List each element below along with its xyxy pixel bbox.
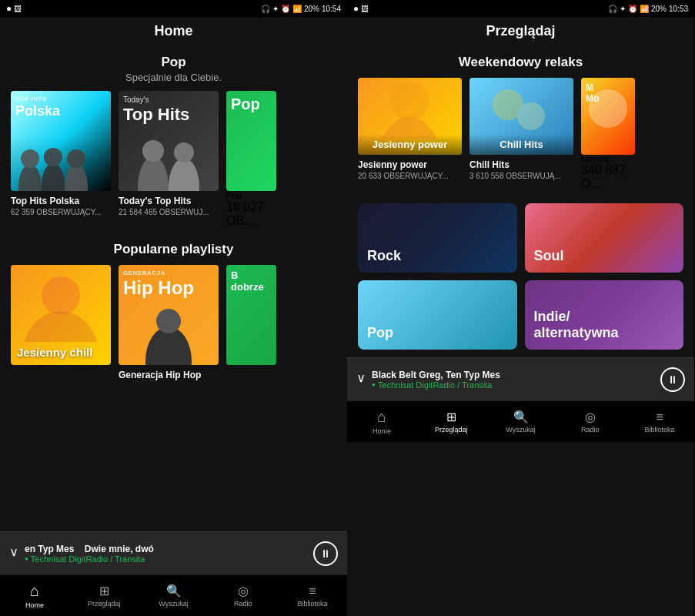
svg-point-17: [589, 89, 627, 128]
cover-jesienny-power: Jesienny power: [358, 78, 462, 155]
cover-pop-label: Pop: [226, 91, 276, 118]
svg-point-11: [42, 276, 80, 315]
cover-morning-partial: MMo: [581, 78, 635, 155]
genre-card-indie[interactable]: Indie/alternatywna: [525, 280, 684, 350]
title-top-hits-polska: Top Hits Polska: [11, 196, 111, 206]
spotify-icon-left: ●: [6, 3, 12, 14]
status-bar-left: ● 🖼 🎧 ✦ ⏰ 📶 20% 10:54: [0, 0, 347, 17]
svg-point-16: [517, 102, 545, 130]
nav-radio-left[interactable]: ◎ Radio: [209, 584, 278, 608]
nav-home-right[interactable]: ⌂ Home: [347, 408, 416, 435]
np-station-left: Technisat DigitRadio / Transita: [25, 554, 307, 564]
alarm-icon-right: ⏰: [628, 5, 637, 13]
right-title: Przeglądaj: [347, 23, 694, 39]
playlist-card-b-partial[interactable]: Bdobrze: [226, 265, 276, 382]
biblioteka-icon-right: ≡: [656, 410, 663, 424]
status-left: ● 🖼: [6, 3, 22, 14]
nav-przegladaj-right[interactable]: ⊞ Przeglądaj: [416, 410, 486, 434]
weekend-card-jesienny-power[interactable]: Jesienny power Jesienny power 20 633 OBS…: [358, 78, 462, 191]
np-artist-left: en Typ Mes: [25, 544, 74, 554]
pop-subtitle: Specjalnie dla Ciebie.: [11, 72, 336, 83]
home-label-left: Home: [25, 601, 44, 609]
cover-b-label: Bdobrze: [226, 265, 276, 297]
title-jesienny-power: Jesienny power: [358, 159, 462, 170]
genre-label-rock: Rock: [367, 248, 401, 265]
biblioteka-label-right: Biblioteka: [644, 426, 674, 434]
bluetooth-icon-right: ✦: [620, 5, 626, 13]
genre-card-pop[interactable]: Pop: [358, 280, 517, 350]
przegladaj-label-right: Przeglądaj: [435, 426, 468, 434]
nav-biblioteka-right[interactable]: ≡ Biblioteka: [625, 410, 694, 434]
bottom-nav-left: ⌂ Home ⊞ Przeglądaj 🔍 Wyszukaj ◎ Radio ≡…: [0, 574, 347, 616]
wifi-icon: 📶: [292, 5, 302, 13]
time-left: 10:54: [322, 5, 341, 13]
nav-home-left[interactable]: ⌂ Home: [0, 582, 69, 609]
przegladaj-icon-right: ⊞: [446, 410, 456, 424]
followers-chill-hits: 3 610 558 OBSERWUJĄ...: [469, 172, 573, 180]
chevron-up-right[interactable]: ∧: [356, 372, 366, 387]
np-station-right: Technisat DigitRadio / Transita: [372, 380, 654, 390]
cover-todays-top: Today's Top Hits: [119, 91, 219, 191]
now-playing-left[interactable]: ∧ en Typ Mes Dwie mnie, dwó Technisat Di…: [0, 531, 347, 574]
popular-playlist-row: Jesienny chill Gener: [11, 265, 336, 382]
pop-title: Pop: [11, 55, 336, 70]
genre-card-rock[interactable]: Rock: [358, 203, 517, 273]
svg-point-2: [42, 162, 65, 191]
radio-icon-left: ◎: [238, 584, 249, 598]
right-header: Przeglądaj: [347, 17, 694, 47]
genre-card-soul[interactable]: Soul: [525, 203, 684, 273]
photo-icon-left: 🖼: [14, 5, 22, 13]
bluetooth-icon: ✦: [272, 5, 279, 13]
genre-grid: Rock Soul Pop Indie/alternatywna: [347, 196, 694, 357]
home-label-right: Home: [373, 427, 391, 435]
status-right-left: 🎧 ✦ ⏰ 📶 20% 10:54: [261, 5, 341, 13]
genre-label-soul: Soul: [534, 248, 564, 265]
svg-point-4: [65, 164, 88, 191]
weekend-card-chill-hits[interactable]: Chill Hits Chill Hits 3 610 558 OBSERWUJ…: [469, 78, 573, 191]
followers-jesienny-power: 20 633 OBSERWUJĄCY...: [358, 172, 462, 180]
wc-text-chill: Chill Hits: [474, 139, 569, 150]
spotify-icon-right: ●: [353, 3, 359, 14]
pop-playlist-row: Top Hits Polska: [11, 91, 336, 228]
np-text-left: en Typ Mes Dwie mnie, dwó Technisat Digi…: [25, 544, 307, 564]
followers-pop-partial: 18 027 OB...: [226, 200, 276, 228]
svg-point-3: [44, 148, 62, 166]
pause-button-left[interactable]: ⏸: [313, 541, 338, 566]
svg-point-7: [142, 140, 164, 162]
radio-label-right: Radio: [581, 426, 600, 434]
playlist-card-jesienny-chill[interactable]: Jesienny chill: [11, 265, 111, 382]
nav-wyszukaj-left[interactable]: 🔍 Wyszukaj: [139, 584, 208, 608]
cover-tag-generacja: Generacja: [123, 270, 214, 276]
playlist-card-pop-partial[interactable]: Pop Pop 18 027 OB...: [226, 91, 276, 228]
nav-wyszukaj-right[interactable]: 🔍 Wyszukaj: [486, 410, 555, 434]
genre-label-indie: Indie/alternatywna: [534, 309, 619, 342]
alarm-icon: ⏰: [281, 5, 290, 13]
cover-main-polska: Polska: [15, 104, 106, 119]
playlist-card-hiphop[interactable]: Generacja Hip Hop Generacja Hip Hop: [119, 265, 219, 382]
biblioteka-label-left: Biblioteka: [297, 600, 327, 608]
chevron-up-left[interactable]: ∧: [9, 546, 18, 561]
np-title-left: Dwie mnie, dwó: [85, 544, 154, 554]
now-playing-right[interactable]: ∧ Black Belt Greg, Ten Typ Mes Technisat…: [347, 357, 694, 400]
nav-biblioteka-left[interactable]: ≡ Biblioteka: [278, 584, 347, 608]
title-pop-partial: Pop: [226, 191, 276, 200]
genre-label-pop: Pop: [367, 325, 393, 342]
cover-jesienny-chill: Jesienny chill: [11, 265, 111, 365]
wyszukaj-icon-left: 🔍: [166, 584, 182, 598]
cover-main-todays: Top Hits: [123, 105, 214, 124]
svg-point-14: [390, 82, 429, 120]
cover-pop-partial: Pop: [226, 91, 276, 191]
home-icon-left: ⌂: [30, 582, 39, 600]
status-right-right: 🎧 ✦ ⏰ 📶 20% 10:53: [608, 5, 688, 13]
playlist-card-top-hits-polska[interactable]: Top Hits Polska: [11, 91, 111, 228]
nav-radio-right[interactable]: ◎ Radio: [556, 410, 625, 434]
pause-button-right[interactable]: ⏸: [660, 367, 685, 392]
title-morning-partial: Morning: [581, 155, 635, 163]
left-scroll[interactable]: Pop Specjalnie dla Ciebie. Top Hits Pols…: [0, 47, 347, 531]
status-bar-right: ● 🖼 🎧 ✦ ⏰ 📶 20% 10:53: [347, 0, 694, 17]
playlist-card-todays-top[interactable]: Today's Top Hits Today's Top: [119, 91, 219, 228]
svg-point-13: [156, 309, 181, 333]
weekend-card-morning-partial[interactable]: MMo Morning 340 887 O...: [581, 78, 635, 191]
weekend-section: Weekendowy relaks Jesienny power Jesienn…: [347, 47, 694, 196]
nav-przegladaj-left[interactable]: ⊞ Przeglądaj: [69, 584, 139, 608]
